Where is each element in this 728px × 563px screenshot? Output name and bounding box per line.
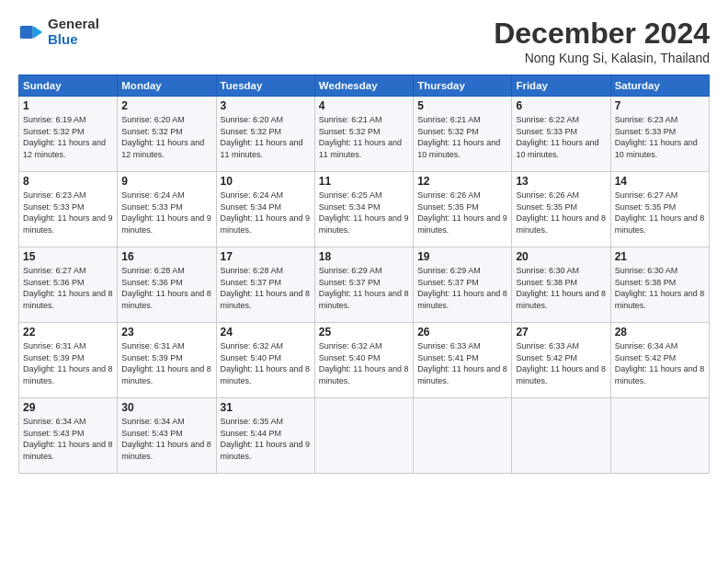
sunrise-text: Sunrise: 6:21 AM [319, 115, 382, 124]
table-row: 27 Sunrise: 6:33 AM Sunset: 5:42 PM Dayl… [512, 323, 610, 398]
table-row [314, 398, 413, 474]
logo-blue-text: Blue [48, 32, 99, 48]
sunrise-text: Sunrise: 6:23 AM [23, 190, 86, 200]
day-info: Sunrise: 6:22 AM Sunset: 5:33 PM Dayligh… [516, 114, 606, 160]
day-info: Sunrise: 6:24 AM Sunset: 5:34 PM Dayligh… [221, 190, 311, 236]
daylight-text: Daylight: 11 hours and 10 minutes. [417, 138, 500, 159]
table-row: 1 Sunrise: 6:19 AM Sunset: 5:32 PM Dayli… [19, 97, 118, 172]
sunrise-text: Sunrise: 6:34 AM [23, 417, 86, 426]
calendar-header-row: Sunday Monday Tuesday Wednesday Thursday… [19, 75, 710, 97]
day-info: Sunrise: 6:32 AM Sunset: 5:40 PM Dayligh… [319, 340, 409, 386]
sunrise-text: Sunrise: 6:33 AM [516, 341, 579, 350]
table-row: 17 Sunrise: 6:28 AM Sunset: 5:37 PM Dayl… [216, 247, 314, 323]
sunset-text: Sunset: 5:38 PM [516, 278, 577, 287]
day-number: 6 [516, 99, 606, 112]
daylight-text: Daylight: 11 hours and 8 minutes. [417, 364, 507, 385]
sunset-text: Sunset: 5:43 PM [23, 429, 85, 438]
sunrise-text: Sunrise: 6:26 AM [516, 190, 579, 200]
header-tuesday: Tuesday [216, 75, 314, 97]
day-number: 9 [121, 175, 211, 188]
sunrise-text: Sunrise: 6:21 AM [417, 115, 481, 124]
sunset-text: Sunset: 5:43 PM [121, 429, 183, 438]
sunrise-text: Sunrise: 6:22 AM [516, 115, 579, 124]
sunrise-text: Sunrise: 6:32 AM [319, 341, 382, 350]
sunrise-text: Sunrise: 6:35 AM [221, 417, 284, 426]
day-number: 18 [319, 250, 409, 263]
day-number: 25 [319, 326, 409, 339]
table-row: 8 Sunrise: 6:23 AM Sunset: 5:33 PM Dayli… [19, 172, 118, 247]
sunrise-text: Sunrise: 6:23 AM [615, 115, 678, 124]
day-info: Sunrise: 6:33 AM Sunset: 5:42 PM Dayligh… [516, 340, 606, 386]
day-info: Sunrise: 6:23 AM Sunset: 5:33 PM Dayligh… [615, 114, 705, 160]
calendar-week-row: 15 Sunrise: 6:27 AM Sunset: 5:36 PM Dayl… [19, 247, 710, 323]
day-number: 8 [23, 175, 113, 188]
sunset-text: Sunset: 5:39 PM [23, 353, 85, 362]
sunset-text: Sunset: 5:33 PM [516, 127, 577, 136]
table-row: 9 Sunrise: 6:24 AM Sunset: 5:33 PM Dayli… [118, 172, 216, 247]
sunset-text: Sunset: 5:32 PM [121, 127, 183, 136]
header-friday: Friday [512, 75, 610, 97]
daylight-text: Daylight: 11 hours and 8 minutes. [516, 364, 606, 385]
sunset-text: Sunset: 5:32 PM [23, 127, 85, 136]
table-row: 29 Sunrise: 6:34 AM Sunset: 5:43 PM Dayl… [19, 398, 118, 474]
table-row: 21 Sunrise: 6:30 AM Sunset: 5:38 PM Dayl… [610, 247, 709, 323]
day-info: Sunrise: 6:29 AM Sunset: 5:37 PM Dayligh… [417, 265, 507, 311]
sunset-text: Sunset: 5:35 PM [615, 202, 677, 212]
daylight-text: Daylight: 11 hours and 9 minutes. [417, 213, 507, 235]
daylight-text: Daylight: 11 hours and 8 minutes. [121, 364, 211, 385]
day-number: 10 [221, 175, 311, 188]
sunrise-text: Sunrise: 6:28 AM [121, 266, 185, 275]
table-row: 14 Sunrise: 6:27 AM Sunset: 5:35 PM Dayl… [610, 172, 709, 247]
table-row: 12 Sunrise: 6:26 AM Sunset: 5:35 PM Dayl… [414, 172, 512, 247]
day-info: Sunrise: 6:28 AM Sunset: 5:36 PM Dayligh… [121, 265, 211, 311]
day-number: 12 [417, 175, 507, 188]
day-info: Sunrise: 6:33 AM Sunset: 5:41 PM Dayligh… [417, 340, 507, 386]
calendar-table: Sunday Monday Tuesday Wednesday Thursday… [18, 75, 710, 474]
day-info: Sunrise: 6:28 AM Sunset: 5:37 PM Dayligh… [221, 265, 311, 311]
table-row: 19 Sunrise: 6:29 AM Sunset: 5:37 PM Dayl… [414, 247, 512, 323]
daylight-text: Daylight: 11 hours and 9 minutes. [23, 213, 113, 235]
sunrise-text: Sunrise: 6:34 AM [615, 341, 678, 350]
table-row: 31 Sunrise: 6:35 AM Sunset: 5:44 PM Dayl… [216, 398, 314, 474]
day-info: Sunrise: 6:20 AM Sunset: 5:32 PM Dayligh… [221, 114, 311, 160]
sunset-text: Sunset: 5:32 PM [221, 127, 282, 136]
day-number: 7 [615, 99, 705, 112]
sunrise-text: Sunrise: 6:31 AM [121, 341, 185, 350]
sunrise-text: Sunrise: 6:33 AM [417, 341, 481, 350]
day-info: Sunrise: 6:34 AM Sunset: 5:43 PM Dayligh… [121, 416, 211, 462]
svg-marker-1 [33, 26, 43, 39]
table-row: 30 Sunrise: 6:34 AM Sunset: 5:43 PM Dayl… [118, 398, 216, 474]
daylight-text: Daylight: 11 hours and 8 minutes. [319, 289, 409, 310]
table-row: 15 Sunrise: 6:27 AM Sunset: 5:36 PM Dayl… [19, 247, 118, 323]
table-row: 6 Sunrise: 6:22 AM Sunset: 5:33 PM Dayli… [512, 97, 610, 172]
sunset-text: Sunset: 5:36 PM [23, 278, 85, 287]
svg-rect-0 [20, 26, 33, 39]
sunrise-text: Sunrise: 6:27 AM [23, 266, 86, 275]
day-info: Sunrise: 6:30 AM Sunset: 5:38 PM Dayligh… [615, 265, 705, 311]
daylight-text: Daylight: 11 hours and 9 minutes. [319, 213, 409, 235]
header-saturday: Saturday [610, 75, 709, 97]
table-row: 26 Sunrise: 6:33 AM Sunset: 5:41 PM Dayl… [414, 323, 512, 398]
day-number: 19 [417, 250, 507, 263]
day-info: Sunrise: 6:21 AM Sunset: 5:32 PM Dayligh… [417, 114, 507, 160]
sunset-text: Sunset: 5:33 PM [23, 202, 85, 212]
day-number: 29 [23, 401, 113, 414]
day-info: Sunrise: 6:25 AM Sunset: 5:34 PM Dayligh… [319, 190, 409, 236]
day-info: Sunrise: 6:31 AM Sunset: 5:39 PM Dayligh… [121, 340, 211, 386]
table-row: 28 Sunrise: 6:34 AM Sunset: 5:42 PM Dayl… [610, 323, 709, 398]
daylight-text: Daylight: 11 hours and 11 minutes. [221, 138, 303, 159]
daylight-text: Daylight: 11 hours and 8 minutes. [221, 364, 311, 385]
day-number: 30 [121, 401, 211, 414]
day-number: 13 [516, 175, 606, 188]
sunrise-text: Sunrise: 6:26 AM [417, 190, 481, 200]
daylight-text: Daylight: 11 hours and 8 minutes. [23, 289, 113, 310]
day-info: Sunrise: 6:35 AM Sunset: 5:44 PM Dayligh… [221, 416, 311, 462]
table-row: 20 Sunrise: 6:30 AM Sunset: 5:38 PM Dayl… [512, 247, 610, 323]
sunrise-text: Sunrise: 6:34 AM [121, 417, 185, 426]
daylight-text: Daylight: 11 hours and 12 minutes. [121, 138, 204, 159]
daylight-text: Daylight: 11 hours and 9 minutes. [121, 213, 211, 235]
sunset-text: Sunset: 5:32 PM [319, 127, 381, 136]
sunrise-text: Sunrise: 6:30 AM [516, 266, 579, 275]
daylight-text: Daylight: 11 hours and 8 minutes. [615, 364, 705, 385]
table-row [610, 398, 709, 474]
